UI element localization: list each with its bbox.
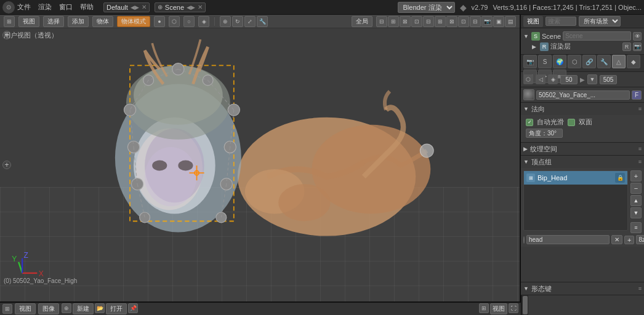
vg-down-btn[interactable]: ▼ [630,207,642,218]
pin-icon[interactable]: 📌 [128,303,138,313]
normal-menu[interactable]: ≡ [638,106,642,112]
grid-icon-5[interactable]: ⊟ [423,16,434,27]
object-menu[interactable]: 物体 [92,16,113,27]
scene-selector[interactable]: ⊕ Scene ◀▶ ✕ [155,2,206,12]
global-local[interactable]: 全局 [352,16,372,27]
scene-icon-small: ⊕ [158,4,163,10]
grid-icon-2[interactable]: ⊞ [388,16,399,27]
view-tab[interactable]: 视图 [15,303,36,314]
vg-section-header[interactable]: ▼ 顶点组 ≡ [521,156,644,168]
scene-eye-icon[interactable]: 👁 [633,32,642,41]
scene-input[interactable] [563,31,631,41]
weight-dropdown[interactable]: 8z▼ [636,235,644,244]
vg-menu[interactable]: ≡ [638,159,642,165]
pc-num2[interactable] [600,75,617,84]
scene-x[interactable]: ✕ [198,4,203,10]
vg-remove-btn[interactable]: − [630,183,642,194]
vg-lock-icon[interactable]: 🔒 [615,173,625,183]
grid-icon-8[interactable]: ⊡ [458,16,469,27]
vg-item-bip-head[interactable]: ⊞ Bip_Head 🔒 [524,171,627,185]
view-icon[interactable]: ⊞ [4,16,15,27]
sphere-icon[interactable]: ● [154,16,165,27]
vg-add-btn[interactable]: + [630,170,642,181]
pc-num1[interactable] [560,75,578,84]
data-prop-icon[interactable]: △ [612,55,626,68]
grid-icon-3[interactable]: ⊠ [400,16,411,27]
svg-text:X: X [39,269,44,278]
main-layout: ⊞ 视图 选择 添加 物体 物体模式 ● ⬡ ○ ◈ ⊕ ↻ ⤢ 🔧 全局 [0,15,644,315]
camera-icon[interactable]: 📷 [481,16,493,27]
scale-icon[interactable]: ⤢ [244,16,256,27]
pc-filter-btn[interactable]: ▼ [587,74,597,84]
shape-keys-header[interactable]: ▼ 形态键 ≡ [521,282,644,295]
svg-point-38 [278,184,330,221]
move-icon[interactable]: ⊕ [220,16,231,27]
help-menu[interactable]: 帮助 [80,2,94,12]
svg-point-8 [126,65,230,140]
rotate-icon[interactable]: ↻ [232,16,243,27]
material-f-button[interactable]: F [632,90,642,100]
two-sided-checkbox[interactable] [568,119,575,126]
material-prop-icon[interactable]: ◆ [627,55,640,68]
view-dropdown[interactable]: 视图 [490,303,507,314]
auto-smooth-checkbox[interactable]: ✓ [526,119,533,126]
image-tab[interactable]: 图像 [38,303,59,314]
scrollbar-thumb[interactable] [523,296,528,314]
right-scrollbar[interactable] [521,295,528,315]
vg-extra-btn[interactable]: ≡ [630,222,642,233]
weight-x-btn[interactable]: ✕ [611,235,622,244]
material-row: 50502_Yao_Face_... F [521,87,644,103]
open-btn[interactable]: 打开 [106,303,127,314]
engine-selector[interactable]: Blender 渲染 [398,2,455,13]
add-menu[interactable]: 添加 [68,16,89,27]
view-btn-r[interactable]: ⊞ [479,303,489,313]
uv-menu[interactable]: ≡ [638,146,642,152]
render-prop-icon[interactable]: 📷 [523,55,537,68]
stats-label: Verts:9,116 | Faces:17,245 | Tris:17,251… [493,4,642,11]
mode-label: 物体模式 [121,18,146,25]
grid-icon-7[interactable]: ⊠ [446,16,457,27]
fullscreen-icon[interactable]: ⛶ [509,303,518,313]
view-menu[interactable]: 视图 [18,16,39,27]
wire-icon: ○ [183,16,195,27]
view2-icon[interactable]: ▤ [505,16,516,27]
new-icon[interactable]: ⊕ [62,303,71,313]
viewport-user-label: 用户视图（透视） [4,31,58,40]
shapekeys-menu[interactable]: ≡ [638,285,642,292]
file-menu[interactable]: 文件 [17,2,31,12]
grid-icon-1[interactable]: ⊟ [376,16,387,27]
scene-dropdown[interactable]: 所有场景 [579,16,621,26]
mode-selector[interactable]: 物体模式 [117,16,150,27]
angle-input[interactable] [526,129,563,138]
weight-name-input[interactable] [526,235,610,244]
modifier-prop-icon[interactable]: 🔧 [597,55,611,68]
open-icon[interactable]: 📂 [95,303,105,313]
constraint-prop-icon[interactable]: 🔗 [582,55,596,68]
vg-item-name: Bip_Head [537,174,613,181]
select-menu[interactable]: 选择 [43,16,64,27]
object-prop-icon[interactable]: ⬡ [568,55,581,68]
uv-section-header[interactable]: ▶ 纹理空间 ≡ [521,143,644,155]
search-input[interactable] [545,17,576,26]
version-label: v2.79 [472,4,488,11]
workspace-x[interactable]: ✕ [142,4,147,10]
normal-section-header[interactable]: ▼ 法向 ≡ [521,103,644,115]
viewport-3d-area[interactable]: + + [0,28,520,301]
menu-items: 文件 渲染 窗口 帮助 [17,2,94,12]
workspace-selector[interactable]: Default ◀▶ ✕ [103,2,150,12]
vg-up-btn[interactable]: ▲ [630,195,642,206]
3d-viewport[interactable]: ⊞ 视图 选择 添加 物体 物体模式 ● ⬡ ○ ◈ ⊕ ↻ ⤢ 🔧 全局 [0,15,521,315]
world-prop-icon[interactable]: 🌍 [553,55,566,68]
snap-icon[interactable]: 🔧 [257,16,268,27]
bottom-icon-1[interactable]: ⊞ [2,304,12,314]
grid-icon-4[interactable]: ⊡ [411,16,422,27]
grid-icon-6[interactable]: ⊞ [435,16,446,27]
scene-prop-icon[interactable]: S [538,55,552,68]
render2-icon[interactable]: ▣ [493,16,504,27]
render-menu[interactable]: 渲染 [38,2,52,12]
view-tab-r[interactable]: 视图 [523,16,543,27]
window-menu[interactable]: 窗口 [59,2,73,12]
grid-icon-9[interactable]: ⊟ [470,16,481,27]
new-btn[interactable]: 新建 [73,303,94,314]
weight-plus-btn[interactable]: + [624,236,634,244]
